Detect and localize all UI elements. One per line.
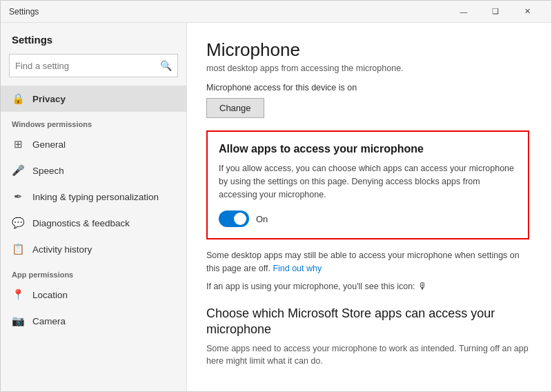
inking-icon: ✒ [12, 190, 24, 203]
access-status: Microphone access for this device is on [206, 83, 529, 92]
settings-window: Settings — ❑ ✕ Settings 🔍 🔒 Privacy Wind… [0, 0, 552, 392]
sidebar-item-speech[interactable]: 🎤 Speech [1, 157, 186, 184]
speech-icon: 🎤 [12, 164, 24, 177]
location-label: Location [32, 290, 68, 300]
close-button[interactable]: ✕ [511, 1, 543, 23]
toggle-label: On [256, 214, 268, 224]
activity-icon: 📋 [12, 243, 24, 255]
toggle-knob [234, 213, 246, 225]
panel-title: Microphone [206, 39, 529, 61]
sidebar-item-activity[interactable]: 📋 Activity history [1, 236, 186, 262]
sidebar-header: Settings [1, 23, 186, 51]
maximize-button[interactable]: ❑ [480, 1, 511, 23]
info-text-content: Some desktop apps may still be able to a… [206, 251, 520, 273]
toggle-row: On [219, 210, 517, 227]
icon-line: If an app is using your microphone, you'… [206, 281, 529, 292]
highlight-description: If you allow access, you can choose whic… [219, 162, 517, 201]
window-title: Settings [9, 7, 448, 17]
choose-section-title: Choose which Microsoft Store apps can ac… [206, 306, 529, 338]
location-icon: 📍 [12, 288, 24, 301]
sidebar-item-camera[interactable]: 📷 Camera [1, 308, 186, 334]
diagnostics-label: Diagnostics & feedback [32, 218, 130, 228]
microphone-toggle[interactable] [219, 210, 249, 227]
search-icon: 🔍 [160, 60, 172, 71]
window-controls: — ❑ ✕ [448, 1, 543, 23]
change-button[interactable]: Change [206, 98, 264, 118]
sidebar-item-privacy[interactable]: 🔒 Privacy [1, 86, 186, 112]
speech-label: Speech [32, 166, 64, 176]
diagnostics-icon: 💬 [12, 217, 24, 229]
inking-label: Inking & typing personalization [32, 192, 159, 202]
info-text: Some desktop apps may still be able to a… [206, 249, 529, 275]
sidebar: Settings 🔍 🔒 Privacy Windows permissions… [1, 23, 187, 391]
right-panel: Microphone most desktop apps from access… [187, 23, 551, 391]
choose-section-description: Some apps need to access your microphone… [206, 342, 529, 369]
microphone-icon: 🎙 [418, 281, 428, 292]
sidebar-item-location[interactable]: 📍 Location [1, 282, 186, 308]
general-label: General [32, 139, 66, 150]
privacy-icon: 🔒 [12, 92, 24, 105]
highlight-title: Allow apps to access your microphone [219, 143, 517, 155]
sidebar-item-inking[interactable]: ✒ Inking & typing personalization [1, 184, 186, 210]
sidebar-item-diagnostics[interactable]: 💬 Diagnostics & feedback [1, 210, 186, 236]
icon-line-text: If an app is using your microphone, you'… [206, 282, 415, 291]
sidebar-item-general[interactable]: ⊞ General [1, 131, 186, 157]
find-out-why-link[interactable]: Find out why [273, 264, 322, 273]
privacy-label: Privacy [32, 94, 66, 104]
main-content: Settings 🔍 🔒 Privacy Windows permissions… [1, 23, 551, 391]
panel-subtitle: most desktop apps from accessing the mic… [206, 63, 529, 73]
title-bar: Settings — ❑ ✕ [1, 1, 551, 23]
search-box[interactable]: 🔍 [9, 54, 178, 77]
activity-label: Activity history [32, 244, 92, 255]
windows-permissions-label: Windows permissions [1, 112, 186, 131]
camera-label: Camera [32, 316, 66, 326]
minimize-button[interactable]: — [448, 1, 480, 23]
camera-icon: 📷 [12, 315, 24, 327]
app-permissions-label: App permissions [1, 262, 186, 282]
general-icon: ⊞ [12, 138, 24, 150]
allow-apps-box: Allow apps to access your microphone If … [206, 130, 529, 239]
search-input[interactable] [15, 61, 160, 71]
